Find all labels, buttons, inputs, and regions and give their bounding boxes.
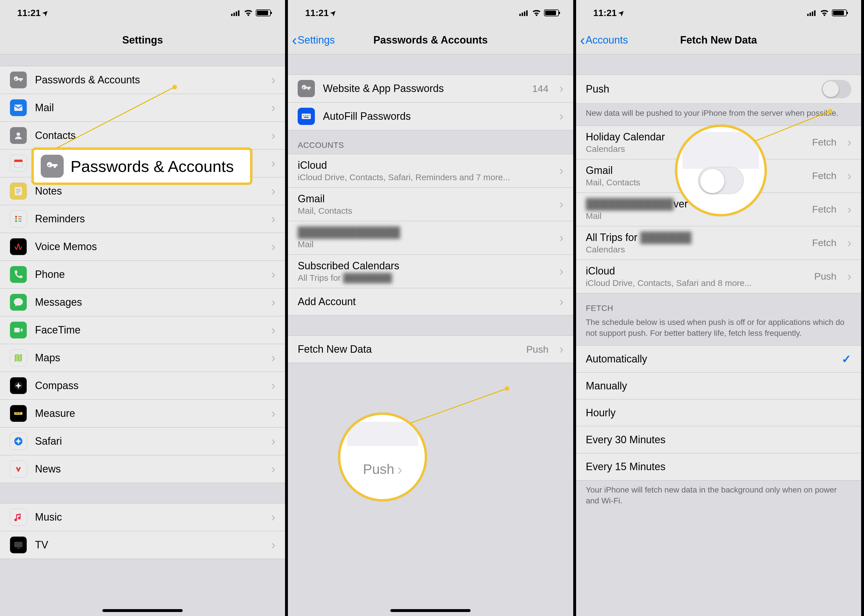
row-keyboard[interactable]: AutoFill Passwords› — [288, 102, 573, 130]
account-row[interactable]: iCloudiCloud Drive, Contacts, Safari, Re… — [288, 154, 573, 188]
section-header-fetch: FETCH — [576, 293, 861, 317]
home-indicator[interactable] — [390, 609, 471, 612]
row-key[interactable]: Website & App Passwords144› — [288, 75, 573, 102]
row-push-toggle[interactable]: Push — [576, 75, 861, 104]
chevron-right-icon: › — [847, 236, 851, 250]
chevron-right-icon: › — [271, 407, 275, 420]
navbar: Settings — [0, 26, 285, 55]
fetch-option[interactable]: Automatically✓ — [576, 346, 861, 372]
settings-row-news[interactable]: News› — [0, 455, 285, 483]
chevron-right-icon: › — [271, 240, 275, 253]
settings-row-compass[interactable]: Compass› — [0, 372, 285, 400]
chevron-right-icon: › — [271, 156, 275, 170]
chevron-right-icon: › — [271, 351, 275, 365]
back-button[interactable]: ‹Accounts — [580, 34, 628, 46]
measure-icon — [10, 405, 27, 422]
row-fetch-new-data[interactable]: Fetch New Data Push › — [288, 336, 573, 363]
chevron-right-icon: › — [847, 135, 851, 149]
settings-row-reminders[interactable]: Reminders› — [0, 205, 285, 233]
account-row[interactable]: Subscribed CalendarsAll Trips for ██████… — [288, 255, 573, 288]
annotation-dot — [828, 109, 832, 113]
settings-row-facetime[interactable]: FaceTime› — [0, 316, 285, 344]
svg-point-28 — [307, 115, 308, 116]
keyboard-icon — [298, 108, 315, 125]
status-bar: 11:21➤ — [0, 0, 285, 26]
news-icon — [10, 460, 27, 478]
settings-row-contacts[interactable]: Contacts› — [0, 122, 285, 149]
chevron-right-icon: › — [560, 295, 563, 309]
status-bar: 11:21➤ — [288, 0, 573, 26]
chevron-right-icon: › — [271, 101, 275, 115]
chevron-right-icon: › — [847, 203, 851, 216]
callout-label: Passwords & Accounts — [71, 157, 234, 176]
checkmark-icon: ✓ — [842, 352, 851, 366]
page-title: Passwords & Accounts — [374, 34, 488, 46]
voicememos-icon — [10, 238, 27, 255]
chevron-left-icon: ‹ — [580, 36, 585, 44]
maps-icon — [10, 349, 27, 366]
chevron-right-icon: › — [560, 343, 563, 356]
settings-row-music[interactable]: Music› — [0, 503, 285, 531]
svg-point-27 — [305, 115, 306, 116]
wifi-icon — [820, 9, 829, 16]
settings-row-measure[interactable]: Measure› — [0, 400, 285, 427]
settings-row-maps[interactable]: Maps› — [0, 344, 285, 372]
chevron-right-icon: › — [271, 538, 275, 552]
fetch-option[interactable]: Every 30 Minutes — [576, 426, 861, 453]
reminders-icon — [10, 210, 27, 228]
facetime-icon — [10, 322, 27, 339]
mail-icon — [10, 99, 27, 116]
notes-icon — [10, 182, 27, 200]
phone-settings: 11:21➤ Settings Passwords & Accounts›Mai… — [0, 0, 288, 616]
chevron-right-icon: › — [271, 379, 275, 393]
messages-icon — [10, 294, 27, 311]
cellular-icon — [231, 10, 241, 16]
fetch-option[interactable]: Every 15 Minutes — [576, 453, 861, 480]
account-row[interactable]: ██████████████Mail› — [288, 221, 573, 255]
safari-icon — [10, 433, 27, 450]
cellular-icon — [519, 10, 529, 16]
settings-row-voicememos[interactable]: Voice Memos› — [0, 233, 285, 261]
callout-toggle-off — [675, 125, 767, 216]
account-fetch-row[interactable]: iCloudiCloud Drive, Contacts, Safari and… — [576, 260, 861, 293]
chevron-right-icon: › — [271, 462, 275, 476]
key-icon — [41, 155, 64, 178]
chevron-right-icon: › — [271, 212, 275, 226]
toggle-push[interactable] — [821, 80, 851, 98]
chevron-right-icon: › — [560, 82, 563, 96]
key-icon — [10, 71, 27, 88]
navbar: ‹Settings Passwords & Accounts — [288, 26, 573, 55]
callout-passwords-accounts: Passwords & Accounts — [32, 148, 252, 185]
page-title: Fetch New Data — [680, 34, 757, 46]
calendar-icon — [10, 155, 27, 172]
account-fetch-row[interactable]: All Trips for ███████CalendarsFetch› — [576, 226, 861, 260]
phone-passwords-accounts: 11:21➤ ‹Settings Passwords & Accounts We… — [288, 0, 576, 616]
status-time: 11:21➤ — [17, 8, 48, 18]
chevron-right-icon: › — [271, 295, 275, 309]
home-indicator[interactable] — [102, 609, 183, 612]
fetch-footer-top: The schedule below is used when push is … — [576, 317, 861, 346]
chevron-right-icon: › — [397, 460, 402, 478]
chevron-right-icon: › — [271, 184, 275, 198]
fetch-footer-bottom: Your iPhone will fetch new data in the b… — [576, 481, 861, 513]
fetch-option[interactable]: Hourly — [576, 399, 861, 426]
chevron-right-icon: › — [560, 197, 563, 211]
chevron-right-icon: › — [271, 323, 275, 337]
music-icon — [10, 509, 27, 526]
wifi-icon — [532, 9, 541, 16]
push-footer: New data will be pushed to your iPhone f… — [576, 104, 861, 126]
account-row[interactable]: Add Account› — [288, 288, 573, 315]
chevron-right-icon: › — [271, 73, 275, 87]
svg-point-1 — [17, 132, 20, 136]
settings-row-key[interactable]: Passwords & Accounts› — [0, 66, 285, 94]
settings-row-tv[interactable]: TV› — [0, 531, 285, 559]
settings-row-safari[interactable]: Safari› — [0, 427, 285, 455]
back-button[interactable]: ‹Settings — [292, 34, 335, 46]
account-row[interactable]: GmailMail, Contacts› — [288, 188, 573, 221]
settings-row-mail[interactable]: Mail› — [0, 94, 285, 122]
settings-row-messages[interactable]: Messages› — [0, 289, 285, 316]
chevron-right-icon: › — [847, 270, 851, 283]
fetch-option[interactable]: Manually — [576, 372, 861, 399]
settings-row-phone[interactable]: Phone› — [0, 261, 285, 289]
svg-rect-25 — [302, 114, 311, 119]
